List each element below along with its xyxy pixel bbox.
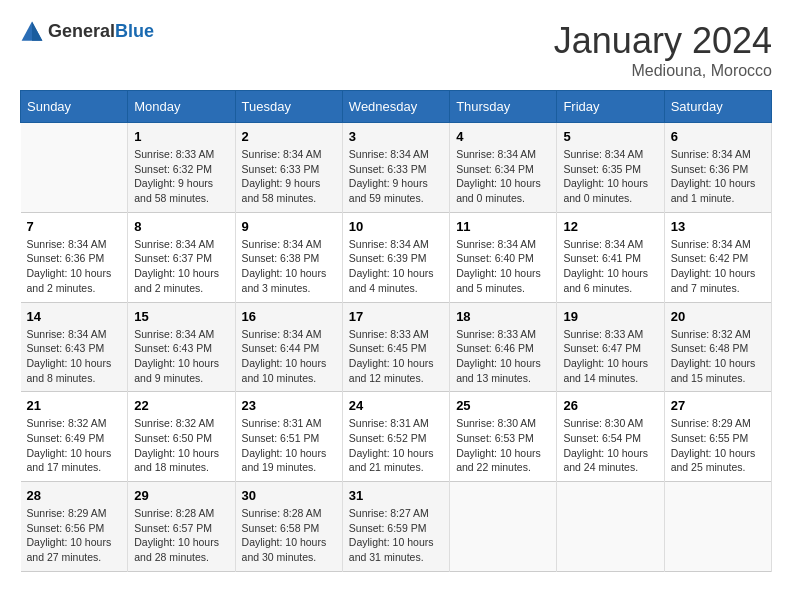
calendar-week-row: 28Sunrise: 8:29 AM Sunset: 6:56 PM Dayli… <box>21 482 772 572</box>
day-info: Sunrise: 8:34 AM Sunset: 6:34 PM Dayligh… <box>456 147 550 206</box>
logo-text-general: General <box>48 21 115 41</box>
location: Mediouna, Morocco <box>554 62 772 80</box>
day-number: 18 <box>456 309 550 324</box>
weekday-header: Tuesday <box>235 91 342 123</box>
day-info: Sunrise: 8:34 AM Sunset: 6:39 PM Dayligh… <box>349 237 443 296</box>
logo: GeneralBlue <box>20 20 154 44</box>
calendar-cell: 4Sunrise: 8:34 AM Sunset: 6:34 PM Daylig… <box>450 123 557 213</box>
day-number: 23 <box>242 398 336 413</box>
calendar-cell: 24Sunrise: 8:31 AM Sunset: 6:52 PM Dayli… <box>342 392 449 482</box>
day-info: Sunrise: 8:32 AM Sunset: 6:49 PM Dayligh… <box>27 416 122 475</box>
day-number: 30 <box>242 488 336 503</box>
day-info: Sunrise: 8:29 AM Sunset: 6:56 PM Dayligh… <box>27 506 122 565</box>
day-info: Sunrise: 8:34 AM Sunset: 6:44 PM Dayligh… <box>242 327 336 386</box>
weekday-header: Thursday <box>450 91 557 123</box>
calendar-cell: 20Sunrise: 8:32 AM Sunset: 6:48 PM Dayli… <box>664 302 771 392</box>
day-number: 31 <box>349 488 443 503</box>
day-info: Sunrise: 8:29 AM Sunset: 6:55 PM Dayligh… <box>671 416 765 475</box>
day-number: 7 <box>27 219 122 234</box>
day-number: 6 <box>671 129 765 144</box>
day-number: 19 <box>563 309 657 324</box>
day-number: 28 <box>27 488 122 503</box>
calendar-cell: 18Sunrise: 8:33 AM Sunset: 6:46 PM Dayli… <box>450 302 557 392</box>
day-number: 13 <box>671 219 765 234</box>
day-info: Sunrise: 8:33 AM Sunset: 6:45 PM Dayligh… <box>349 327 443 386</box>
day-info: Sunrise: 8:28 AM Sunset: 6:58 PM Dayligh… <box>242 506 336 565</box>
day-number: 27 <box>671 398 765 413</box>
day-info: Sunrise: 8:33 AM Sunset: 6:32 PM Dayligh… <box>134 147 228 206</box>
weekday-header: Wednesday <box>342 91 449 123</box>
calendar-cell: 23Sunrise: 8:31 AM Sunset: 6:51 PM Dayli… <box>235 392 342 482</box>
logo-text-blue: Blue <box>115 21 154 41</box>
calendar-cell: 13Sunrise: 8:34 AM Sunset: 6:42 PM Dayli… <box>664 212 771 302</box>
day-number: 15 <box>134 309 228 324</box>
day-info: Sunrise: 8:31 AM Sunset: 6:52 PM Dayligh… <box>349 416 443 475</box>
calendar-week-row: 1Sunrise: 8:33 AM Sunset: 6:32 PM Daylig… <box>21 123 772 213</box>
calendar-cell: 27Sunrise: 8:29 AM Sunset: 6:55 PM Dayli… <box>664 392 771 482</box>
calendar-cell: 1Sunrise: 8:33 AM Sunset: 6:32 PM Daylig… <box>128 123 235 213</box>
calendar-cell <box>450 482 557 572</box>
day-info: Sunrise: 8:33 AM Sunset: 6:46 PM Dayligh… <box>456 327 550 386</box>
weekday-header: Saturday <box>664 91 771 123</box>
day-number: 29 <box>134 488 228 503</box>
svg-marker-1 <box>32 22 42 41</box>
day-number: 3 <box>349 129 443 144</box>
calendar-cell: 19Sunrise: 8:33 AM Sunset: 6:47 PM Dayli… <box>557 302 664 392</box>
month-title: January 2024 <box>554 20 772 62</box>
calendar-cell: 30Sunrise: 8:28 AM Sunset: 6:58 PM Dayli… <box>235 482 342 572</box>
day-number: 5 <box>563 129 657 144</box>
day-info: Sunrise: 8:33 AM Sunset: 6:47 PM Dayligh… <box>563 327 657 386</box>
day-info: Sunrise: 8:34 AM Sunset: 6:36 PM Dayligh… <box>27 237 122 296</box>
day-number: 9 <box>242 219 336 234</box>
day-info: Sunrise: 8:30 AM Sunset: 6:53 PM Dayligh… <box>456 416 550 475</box>
day-number: 21 <box>27 398 122 413</box>
day-number: 26 <box>563 398 657 413</box>
day-number: 2 <box>242 129 336 144</box>
calendar-cell: 25Sunrise: 8:30 AM Sunset: 6:53 PM Dayli… <box>450 392 557 482</box>
day-number: 16 <box>242 309 336 324</box>
calendar-cell: 14Sunrise: 8:34 AM Sunset: 6:43 PM Dayli… <box>21 302 128 392</box>
day-info: Sunrise: 8:34 AM Sunset: 6:37 PM Dayligh… <box>134 237 228 296</box>
day-info: Sunrise: 8:31 AM Sunset: 6:51 PM Dayligh… <box>242 416 336 475</box>
day-number: 4 <box>456 129 550 144</box>
day-info: Sunrise: 8:34 AM Sunset: 6:33 PM Dayligh… <box>242 147 336 206</box>
calendar-cell: 10Sunrise: 8:34 AM Sunset: 6:39 PM Dayli… <box>342 212 449 302</box>
weekday-header-row: SundayMondayTuesdayWednesdayThursdayFrid… <box>21 91 772 123</box>
day-info: Sunrise: 8:32 AM Sunset: 6:50 PM Dayligh… <box>134 416 228 475</box>
calendar-week-row: 21Sunrise: 8:32 AM Sunset: 6:49 PM Dayli… <box>21 392 772 482</box>
day-info: Sunrise: 8:34 AM Sunset: 6:33 PM Dayligh… <box>349 147 443 206</box>
day-info: Sunrise: 8:34 AM Sunset: 6:41 PM Dayligh… <box>563 237 657 296</box>
day-number: 8 <box>134 219 228 234</box>
day-info: Sunrise: 8:28 AM Sunset: 6:57 PM Dayligh… <box>134 506 228 565</box>
calendar-cell: 2Sunrise: 8:34 AM Sunset: 6:33 PM Daylig… <box>235 123 342 213</box>
day-number: 10 <box>349 219 443 234</box>
calendar-cell: 29Sunrise: 8:28 AM Sunset: 6:57 PM Dayli… <box>128 482 235 572</box>
calendar-cell: 6Sunrise: 8:34 AM Sunset: 6:36 PM Daylig… <box>664 123 771 213</box>
logo-icon <box>20 20 44 44</box>
day-info: Sunrise: 8:34 AM Sunset: 6:36 PM Dayligh… <box>671 147 765 206</box>
calendar-cell: 15Sunrise: 8:34 AM Sunset: 6:43 PM Dayli… <box>128 302 235 392</box>
calendar-cell: 21Sunrise: 8:32 AM Sunset: 6:49 PM Dayli… <box>21 392 128 482</box>
title-section: January 2024 Mediouna, Morocco <box>554 20 772 80</box>
calendar-cell <box>557 482 664 572</box>
day-info: Sunrise: 8:34 AM Sunset: 6:43 PM Dayligh… <box>134 327 228 386</box>
page-header: GeneralBlue January 2024 Mediouna, Moroc… <box>20 20 772 80</box>
day-number: 14 <box>27 309 122 324</box>
day-info: Sunrise: 8:34 AM Sunset: 6:40 PM Dayligh… <box>456 237 550 296</box>
day-info: Sunrise: 8:34 AM Sunset: 6:42 PM Dayligh… <box>671 237 765 296</box>
day-number: 20 <box>671 309 765 324</box>
day-info: Sunrise: 8:34 AM Sunset: 6:43 PM Dayligh… <box>27 327 122 386</box>
calendar-cell: 3Sunrise: 8:34 AM Sunset: 6:33 PM Daylig… <box>342 123 449 213</box>
calendar-week-row: 7Sunrise: 8:34 AM Sunset: 6:36 PM Daylig… <box>21 212 772 302</box>
calendar-cell <box>21 123 128 213</box>
weekday-header: Sunday <box>21 91 128 123</box>
calendar-cell: 28Sunrise: 8:29 AM Sunset: 6:56 PM Dayli… <box>21 482 128 572</box>
weekday-header: Friday <box>557 91 664 123</box>
calendar-week-row: 14Sunrise: 8:34 AM Sunset: 6:43 PM Dayli… <box>21 302 772 392</box>
day-info: Sunrise: 8:32 AM Sunset: 6:48 PM Dayligh… <box>671 327 765 386</box>
day-number: 17 <box>349 309 443 324</box>
calendar-cell: 16Sunrise: 8:34 AM Sunset: 6:44 PM Dayli… <box>235 302 342 392</box>
calendar-cell: 11Sunrise: 8:34 AM Sunset: 6:40 PM Dayli… <box>450 212 557 302</box>
calendar-cell: 17Sunrise: 8:33 AM Sunset: 6:45 PM Dayli… <box>342 302 449 392</box>
calendar-cell: 31Sunrise: 8:27 AM Sunset: 6:59 PM Dayli… <box>342 482 449 572</box>
